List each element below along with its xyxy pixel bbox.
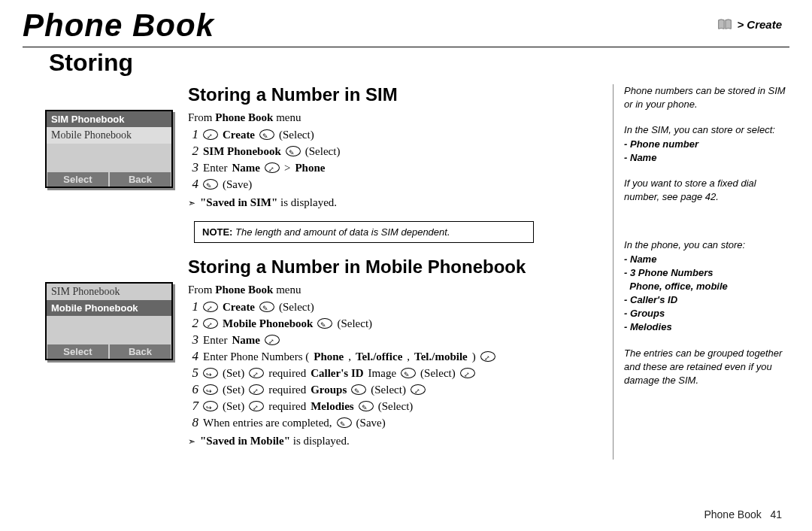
mobile-steps: 1Create(Select) 2Mobile Phonebook(Select… (188, 299, 598, 430)
sidebar-notes: Phone numbers can be stored in SIM or in… (613, 84, 789, 460)
divider (23, 47, 789, 47)
select-icon (359, 401, 374, 411)
select-icon (337, 417, 352, 428)
sim-steps: 1Create(Select) 2SIM Phonebook(Select) 3… (188, 127, 598, 192)
screen-item: Mobile Phonebook (47, 127, 171, 144)
select-icon (259, 129, 274, 140)
breadcrumb: > Create (717, 18, 782, 31)
screen-back-button: Back (110, 344, 171, 359)
nav-icon (411, 384, 426, 395)
screen-item: SIM Phonebook (47, 284, 171, 300)
nav-icon (203, 302, 218, 312)
nav-icon (480, 351, 495, 362)
note-box: NOTE: The length and amount of data is S… (194, 221, 534, 243)
mobile-section-title: Storing a Number in Mobile Phonebook (188, 256, 598, 278)
sim-phone-screen: SIM Phonebook Mobile Phonebook Select Ba… (45, 110, 173, 188)
screen-select-button: Select (47, 344, 108, 359)
nav-icon (203, 318, 218, 329)
select-icon (286, 146, 301, 156)
select-icon (351, 384, 366, 395)
screen-back-button: Back (110, 172, 171, 187)
select-icon (317, 318, 332, 329)
nav-icon (265, 162, 280, 173)
screen-select-button: Select (47, 172, 108, 187)
nav-icon (265, 335, 280, 345)
mobile-result: "Saved in Mobile" is displayed. (188, 435, 598, 448)
select-icon (259, 302, 274, 312)
storing-title: Storing (49, 49, 789, 77)
screen-item-selected: Mobile Phonebook (47, 300, 171, 316)
nav-icon (460, 368, 475, 378)
page-footer: Phone Book 41 (704, 508, 782, 520)
page-main-title: Phone Book (23, 8, 789, 44)
book-icon (717, 19, 732, 31)
screen-item-selected: SIM Phonebook (47, 111, 171, 127)
set-icon (203, 401, 218, 411)
set-icon (203, 384, 218, 395)
select-icon (401, 368, 416, 378)
mobile-phone-screen: SIM Phonebook Mobile Phonebook Select Ba… (45, 282, 173, 360)
nav-icon (249, 384, 264, 395)
sim-result: "Saved in SIM" is displayed. (188, 196, 598, 209)
from-line: From Phone Book menu (188, 284, 598, 296)
set-icon (203, 368, 218, 378)
select-icon (203, 179, 218, 190)
nav-icon (249, 401, 264, 411)
from-line: From Phone Book menu (188, 111, 598, 124)
sim-section-title: Storing a Number in SIM (188, 84, 598, 105)
nav-icon (203, 129, 218, 140)
breadcrumb-text: > Create (737, 18, 782, 31)
nav-icon (249, 368, 264, 378)
